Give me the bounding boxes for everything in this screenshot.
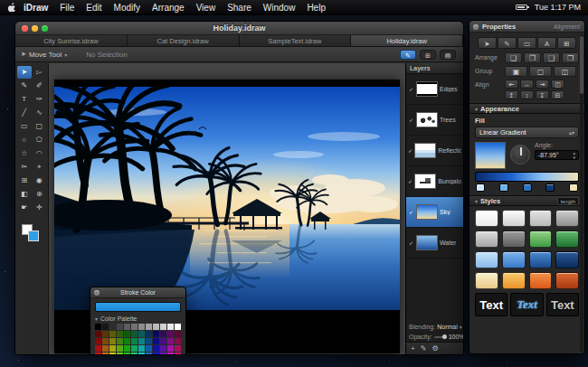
- zoom-window-button[interactable]: [42, 25, 48, 32]
- layer-row-water[interactable]: ✓Water: [406, 228, 463, 259]
- palette-color[interactable]: [95, 345, 101, 352]
- palette-color[interactable]: [153, 331, 159, 337]
- styles-section-header[interactable]: ▾ Styles length: [469, 195, 584, 206]
- palette-color[interactable]: [160, 331, 166, 337]
- knife-tool[interactable]: ⌖: [33, 161, 47, 174]
- pen-tool[interactable]: ✎: [17, 80, 32, 92]
- close-window-button[interactable]: [22, 25, 28, 32]
- layer-visibility-check[interactable]: ✓: [408, 240, 414, 246]
- hand-tool[interactable]: ☛: [17, 202, 32, 214]
- color-palette-header[interactable]: ▾ Color Palette: [90, 315, 185, 324]
- palette-color[interactable]: [124, 338, 130, 344]
- palette-color[interactable]: [175, 338, 181, 344]
- gradient-editor-bar[interactable]: [475, 172, 579, 182]
- palette-color[interactable]: [167, 338, 174, 344]
- canvas-area[interactable]: Stroke Color ▾ Color Palette +: [49, 63, 405, 354]
- style-swatch-16[interactable]: [555, 272, 579, 289]
- draw-mode-icon[interactable]: ✎: [400, 50, 416, 60]
- curve-tool[interactable]: ∿: [33, 107, 47, 119]
- palette-color[interactable]: [160, 345, 166, 352]
- polygon-tool[interactable]: ⬠: [33, 134, 47, 146]
- minimize-window-button[interactable]: [32, 25, 38, 32]
- layer-visibility-check[interactable]: ✓: [408, 117, 414, 123]
- palette-color[interactable]: [146, 353, 152, 354]
- gradient-type-dropdown[interactable]: Linear Gradient ▴▾: [475, 127, 579, 138]
- palette-color[interactable]: [109, 338, 116, 344]
- zoom-tool[interactable]: ⊕: [33, 188, 47, 201]
- tab-city-sunrise-idraw[interactable]: City Sunrise.idraw: [15, 35, 128, 46]
- style-swatch-15[interactable]: [529, 272, 553, 289]
- text-style-gray[interactable]: Text: [546, 293, 579, 316]
- layer-visibility-check[interactable]: ✓: [408, 178, 413, 184]
- angle-dial[interactable]: [510, 145, 530, 165]
- align-center-h-button[interactable]: ↔: [520, 80, 534, 89]
- group-button[interactable]: ▣: [505, 66, 527, 77]
- style-swatch-1[interactable]: [475, 210, 498, 227]
- length-field[interactable]: length: [557, 197, 579, 205]
- palette-color[interactable]: [124, 331, 130, 337]
- edit-layer-icon[interactable]: ✎: [421, 344, 427, 353]
- gradient-stop[interactable]: [476, 184, 485, 192]
- tab-holiday-idraw[interactable]: Holiday.idraw: [351, 35, 463, 46]
- scrollbar-thumb[interactable]: [580, 36, 583, 94]
- layer-visibility-check[interactable]: ✓: [408, 86, 414, 92]
- arc-tool[interactable]: ◠: [33, 147, 47, 160]
- window-titlebar[interactable]: Holiday.idraw: [15, 22, 463, 35]
- style-swatch-8[interactable]: [555, 231, 579, 248]
- style-swatch-12[interactable]: [555, 251, 579, 268]
- menu-item-file[interactable]: File: [60, 3, 74, 13]
- palette-color[interactable]: [117, 324, 123, 330]
- style-swatch-10[interactable]: [502, 251, 526, 268]
- stroke-panel-titlebar[interactable]: Stroke Color: [90, 287, 185, 298]
- style-swatch-7[interactable]: [529, 231, 553, 248]
- tab-sampletext-idraw[interactable]: SampleText.idraw: [240, 35, 352, 46]
- palette-color[interactable]: [146, 338, 152, 344]
- palette-color[interactable]: [102, 324, 109, 330]
- rounded-rect-tool[interactable]: ▢: [33, 120, 47, 133]
- menu-item-arrange[interactable]: Arrange: [152, 3, 185, 13]
- palette-color[interactable]: [131, 353, 138, 354]
- scrollbar[interactable]: [580, 34, 583, 352]
- tab-cat-design-idraw[interactable]: Cat Design.idraw: [128, 35, 240, 46]
- menu-item-window[interactable]: Window: [263, 3, 296, 13]
- ungroup-button[interactable]: ▢: [529, 66, 552, 77]
- palette-color[interactable]: [153, 338, 159, 344]
- palette-color[interactable]: [167, 324, 174, 330]
- grid-segment[interactable]: ⊞: [557, 37, 576, 49]
- palette-color[interactable]: [160, 338, 166, 344]
- select-tool[interactable]: ➤: [17, 66, 32, 79]
- menu-item-edit[interactable]: Edit: [86, 3, 101, 13]
- send-backward-button[interactable]: ❑: [543, 52, 560, 63]
- style-swatch-14[interactable]: [502, 272, 526, 289]
- palette-color[interactable]: [167, 345, 174, 352]
- gradient-stop[interactable]: [569, 184, 578, 192]
- star-tool[interactable]: ☆: [17, 147, 32, 160]
- bring-to-front-button[interactable]: ❏: [505, 52, 522, 63]
- beach-scene-artwork[interactable]: [54, 87, 400, 310]
- palette-color[interactable]: [117, 345, 123, 352]
- layer-row-sky[interactable]: ✓Sky: [406, 197, 463, 228]
- palette-color[interactable]: [175, 353, 181, 354]
- palette-color[interactable]: [153, 345, 159, 352]
- style-swatch-11[interactable]: [529, 251, 553, 268]
- palette-color[interactable]: [131, 338, 138, 344]
- line-tool[interactable]: ╱: [17, 107, 32, 119]
- palette-color[interactable]: [146, 324, 152, 330]
- close-panel-button[interactable]: [473, 24, 479, 30]
- gradient-stop[interactable]: [545, 184, 555, 192]
- panel-view-icon[interactable]: ▤: [440, 50, 456, 60]
- layer-visibility-check[interactable]: ✓: [408, 147, 413, 154]
- layer-settings-icon[interactable]: ⚙: [432, 344, 438, 353]
- layer-row-trees[interactable]: ✓Trees: [406, 105, 463, 136]
- align-top-button[interactable]: ↥: [505, 90, 518, 99]
- distribute-v-button[interactable]: ⊟: [551, 90, 564, 99]
- palette-color[interactable]: [131, 331, 138, 337]
- palette-color[interactable]: [95, 324, 101, 330]
- add-layer-icon[interactable]: +: [411, 344, 415, 353]
- table-tool[interactable]: ⊞: [17, 174, 32, 187]
- palette-color[interactable]: [138, 324, 145, 330]
- palette-color[interactable]: [167, 353, 174, 354]
- palette-color[interactable]: [153, 324, 159, 330]
- style-swatch-4[interactable]: [555, 210, 579, 227]
- menu-item-view[interactable]: View: [196, 3, 216, 13]
